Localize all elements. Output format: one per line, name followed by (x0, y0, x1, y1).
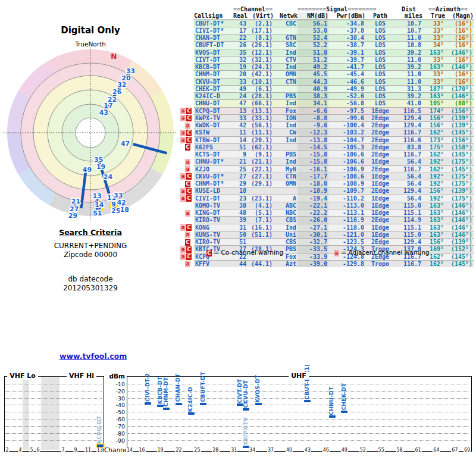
adjacent-warning-icon: a (334, 250, 339, 256)
dbm-gridline (128, 412, 469, 412)
cell-azimuth-true: 162° (422, 129, 445, 136)
table-row: aKWDK-DT42(56.1)Ind-9.6-100.42Edge129.41… (178, 122, 474, 129)
cell-path: 2Edge (365, 114, 395, 121)
channel-tick-label: 4 (18, 447, 22, 453)
channel-tick-label: 6 (36, 447, 40, 453)
co-channel-warning-icon: C (186, 253, 192, 260)
cell-nm-db: -30.1 (298, 231, 328, 238)
col-real: Real (232, 12, 248, 20)
table-row: CK62FS51(62.1)-14.5-105.32Edge83.8175°(1… (178, 143, 474, 151)
cell-path: 1Edge (365, 195, 395, 202)
radar-channel-label: 35 (94, 156, 103, 164)
cell-power-dbm: -38.4 (328, 35, 365, 42)
cell-azimuth-true: 156° (422, 187, 445, 195)
cell-network: Ind (274, 100, 298, 107)
cell-real-channel: 14 (232, 136, 248, 143)
cell-nm-db: 52.2 (298, 42, 328, 49)
cell-power-dbm: -110.2 (328, 195, 365, 202)
cell-path: 1Edge (365, 231, 395, 238)
dbm-gridline (5, 405, 102, 405)
cell-power-dbm: -45.4 (328, 71, 365, 78)
table-row: CBUT-DT*43(2.1)CBC56.1-34.8LOS10.733°(16… (178, 20, 474, 27)
adjacent-warning-icon: a (180, 188, 186, 195)
cell-distance-miles: 129.4 (395, 122, 422, 129)
warning-flags: a (178, 122, 194, 129)
cell-callsign: KONG (194, 224, 232, 231)
cell-callsign: KUSE-LD (194, 187, 232, 195)
cell-network: CTN (274, 173, 298, 180)
cell-path: 1Edge (365, 158, 395, 165)
cell-callsign: CBUFT-DT (194, 42, 232, 49)
cell-azimuth-true: 163° (422, 217, 445, 224)
cell-power-dbm: -113.0 (328, 202, 365, 209)
warning-flags: a (178, 209, 194, 217)
cell-nm-db: 56.1 (298, 20, 328, 27)
cell-azimuth-magnetic: (146°) (445, 209, 474, 217)
cell-distance-miles: 56.4 (395, 173, 422, 180)
cell-power-dbm: -49.9 (328, 85, 365, 92)
cell-azimuth-magnetic: (139°) (445, 114, 474, 121)
channel-tick-label: 58 (396, 447, 403, 453)
cell-virtual-channel: (27.1) (248, 173, 274, 180)
cell-azimuth-true: 33° (422, 27, 445, 34)
dbm-gridline (5, 398, 102, 399)
cell-power-dbm: -109.7 (328, 187, 365, 195)
radar-channel-label: 14 (95, 201, 104, 209)
cell-power-dbm: -97.5 (328, 107, 365, 114)
warning-flags: a (178, 260, 194, 267)
cell-callsign: CHNM-DT* (194, 180, 232, 187)
cell-real-channel: 44 (232, 260, 248, 267)
table-row: KIRO-TV39(7.1)CBS-26.0-116.92Edge114.916… (178, 217, 474, 224)
cell-azimuth-magnetic: (146°) (445, 49, 474, 56)
station-label-CIVI-DT-2: CIVI-DT-2 (145, 373, 151, 402)
channel-tick-label: 34 (249, 447, 256, 453)
cell-distance-miles: 114.9 (395, 217, 422, 224)
radar-channel-label: 25 (111, 207, 120, 215)
adjacent-warning-icon: a (180, 224, 186, 231)
cell-power-dbm: -106.6 (328, 158, 365, 165)
cell-real-channel: 51 (232, 143, 248, 151)
cell-distance-miles: 11.0 (395, 78, 422, 85)
warning-flags (178, 49, 194, 56)
cell-distance-miles: 56.4 (395, 158, 422, 165)
cell-distance-miles: 11.0 (395, 56, 422, 63)
cell-callsign: CHAN-DT (194, 35, 232, 42)
cell-real-channel: 17 (232, 27, 248, 34)
cell-real-channel: 11 (232, 129, 248, 136)
cell-callsign: CBUT-DT* (194, 20, 232, 27)
channel-tick-label: 52 (359, 447, 367, 453)
cell-distance-miles: 115.0 (395, 231, 422, 238)
cell-real-channel: 18 (232, 187, 248, 195)
cell-power-dbm: -116.9 (328, 217, 365, 224)
cell-network: OMN (274, 71, 298, 78)
search-criteria-heading: Search Criteria (19, 228, 162, 237)
cell-nm-db: 52.4 (298, 35, 328, 42)
tvfool-link[interactable]: www.tvfool.com (60, 352, 127, 361)
cell-nm-db: -8.8 (298, 114, 328, 121)
cell-callsign: KFFV (194, 260, 232, 267)
cell-nm-db: 45.5 (298, 71, 328, 78)
warning-flags (178, 64, 194, 71)
signal-marker-CHEK-DT (341, 411, 347, 413)
warning-flags: C (178, 239, 194, 246)
vhf-lo-label: VHF Lo (7, 372, 38, 380)
station-label-K24IC-D: K24IC-D (187, 387, 193, 412)
cell-network: Azt (274, 260, 298, 267)
cell-network: A (274, 195, 298, 202)
cell-azimuth-magnetic: (16°) (445, 78, 474, 85)
dbm-tick-label: -60 (104, 416, 125, 422)
cell-virtual-channel: (29.1) (248, 180, 274, 187)
azimuth-group-header: ==Azimuth== (422, 6, 474, 12)
cell-callsign: KIRO-TV (194, 217, 232, 224)
adjacent-warning-icon: a (185, 231, 190, 238)
cell-callsign: CKVU-DT (194, 78, 232, 85)
cell-callsign: KSTW (194, 129, 232, 136)
station-label-CHEK-DT: CHEK-DT (341, 383, 347, 410)
warning-flags: C (178, 143, 194, 151)
cell-azimuth-true: 33° (422, 35, 445, 42)
cell-distance-miles: 31.3 (395, 85, 422, 92)
co-channel-warning-icon: C (185, 239, 190, 246)
cell-path: LOS (365, 100, 395, 107)
cell-virtual-channel: (2.1) (248, 20, 274, 27)
cell-azimuth-magnetic: (16°) (445, 71, 474, 78)
